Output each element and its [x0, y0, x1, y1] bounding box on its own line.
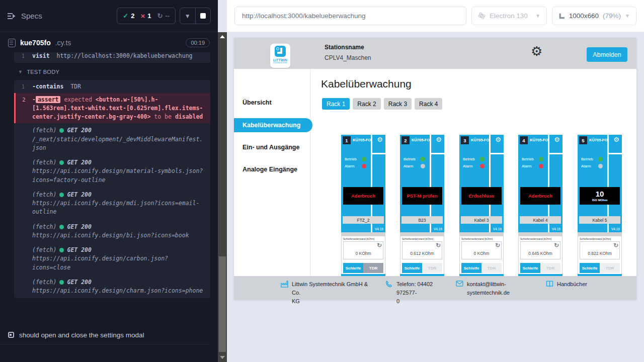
measurement-label: Schleifenwiderstand [kOhm]: [520, 237, 560, 240]
fetch-log-entry[interactable]: (fetch) GET 200 https://api.iconify.desi…: [14, 155, 210, 188]
rack-tab-4[interactable]: Rack 4: [415, 98, 442, 110]
command-log[interactable]: 1 visit http://localhost:3000/kabelueber…: [14, 52, 210, 326]
stat-failed: × 1: [140, 12, 151, 20]
device-display: 10 ISO MOhm: [580, 187, 620, 205]
scroll-up-arrow-icon[interactable]: [220, 35, 225, 38]
factory-icon: [281, 280, 288, 306]
url-input[interactable]: [234, 7, 466, 25]
status-ok-dot: [59, 280, 64, 285]
queued-test-title: should open and close the settings modal: [19, 331, 144, 339]
tdr-button[interactable]: TDR: [422, 263, 442, 273]
tdr-button[interactable]: TDR: [600, 263, 620, 273]
schleife-button[interactable]: Schleife: [343, 263, 363, 273]
slot-number: 4: [520, 136, 528, 144]
alarm-led: [539, 164, 543, 168]
browser-select[interactable]: Electron 130 ▼: [471, 7, 547, 25]
refresh-icon[interactable]: ↻: [436, 242, 441, 249]
measurement-value: 0.612 KOhm: [403, 251, 442, 256]
stop-button[interactable]: [196, 13, 211, 19]
reporter-scrollbar[interactable]: [218, 32, 227, 362]
sidebar-item-uebersicht[interactable]: Übersicht: [234, 99, 310, 106]
schleife-button[interactable]: Schleife: [520, 263, 540, 273]
scroll-down-arrow-icon[interactable]: [220, 356, 225, 359]
specs-toggle[interactable]: Specs: [7, 12, 42, 20]
collapse-chevron-icon[interactable]: ▼: [180, 13, 195, 20]
spec-file-icon: [8, 39, 16, 47]
app-header: Stationsname CPLV4_Maschen ⚙ Abmelden: [234, 38, 636, 69]
rack-tab-1[interactable]: Rack 1: [322, 98, 350, 110]
status-ok-dot: [59, 160, 64, 165]
failed-x-icon: ×: [140, 12, 145, 20]
footer-manuals[interactable]: Handbücher: [546, 280, 587, 289]
passed-check-icon: ✓: [123, 12, 128, 20]
firmware-version: V4.19: [493, 227, 502, 231]
device-gear-icon[interactable]: ⚙: [377, 136, 383, 143]
device-gear-icon[interactable]: ⚙: [554, 136, 560, 143]
fetch-log-entry[interactable]: (fetch) GET 200 /_next/static/developmen…: [14, 123, 210, 155]
spec-file-row[interactable]: kue705fo .cy.ts 00:19: [0, 32, 218, 53]
app-body: Übersicht Kabelüberwachung Ein- und Ausg…: [234, 69, 636, 276]
device-display: Aderbruch: [343, 187, 383, 205]
device-gear-icon[interactable]: ⚙: [495, 136, 501, 143]
rack-tab-3[interactable]: Rack 3: [384, 98, 412, 110]
viewport-zoom: (79%): [603, 12, 621, 20]
stat-passed: ✓ 2: [123, 12, 134, 20]
measurement-box: ↻ 0.822 KOhm: [580, 241, 620, 259]
measurement-value: 0.822 KOhm: [580, 251, 619, 256]
app-footer: Littwin Systemtechnik GmbH & Co.KG Telef…: [234, 276, 636, 300]
command-contains[interactable]: 1 -contains TDR: [14, 80, 210, 94]
schleife-button[interactable]: Schleife: [461, 263, 481, 273]
scrollbar-thumb[interactable]: [219, 256, 226, 352]
refresh-icon[interactable]: ↻: [613, 242, 618, 249]
fetch-log-entry[interactable]: (fetch) GET 200 https://api.iconify.desi…: [14, 243, 210, 275]
tdr-button[interactable]: TDR: [540, 263, 560, 273]
command-assert-failed[interactable]: 2 -assert expected <button.w-[50%].h-[1.…: [14, 93, 210, 123]
status-ok-dot: [59, 128, 64, 133]
logout-button[interactable]: Abmelden: [587, 47, 627, 62]
sidebar-item-kabelueberwachung[interactable]: Kabelüberwachung: [234, 118, 312, 132]
cable-name: B23: [401, 216, 443, 224]
rack-tab-2[interactable]: Rack 2: [353, 98, 380, 110]
tdr-button[interactable]: TDR: [481, 263, 502, 273]
tdr-button[interactable]: TDR: [363, 263, 383, 273]
firmware-version: V4.19: [434, 227, 442, 231]
refresh-icon[interactable]: ↻: [554, 242, 559, 249]
refresh-icon[interactable]: ↻: [377, 242, 382, 249]
ruler-icon: [558, 13, 565, 20]
device-gear-icon[interactable]: ⚙: [613, 136, 619, 143]
queued-test-row[interactable]: should open and close the settings modal: [0, 327, 209, 343]
section-chevron-icon: ▼: [18, 69, 23, 74]
alarm-led: [362, 164, 366, 168]
test-body-section[interactable]: ▼ TEST BODY: [14, 63, 210, 80]
alarm-led: [480, 164, 485, 168]
fetch-log-entry[interactable]: (fetch) GET 200 https://api.iconify.desi…: [14, 188, 210, 220]
cable-name: FTZ_2: [343, 216, 384, 224]
viewport-select[interactable]: 1000x660 (79%) ▼: [552, 7, 636, 25]
fetch-log-entry[interactable]: (fetch) GET 200 https://api.iconify.desi…: [14, 220, 210, 243]
command-message: TDR: [70, 83, 81, 90]
device-card-2: 2 KÜ705-FO ⚙ Betrieb Alarm PST-M prüfen …: [400, 135, 444, 276]
refresh-icon[interactable]: ↻: [495, 242, 500, 249]
measurement-box: ↻ 0 KOhm: [343, 241, 383, 259]
sidebar-item-ein-und-ausgaenge[interactable]: Ein- und Ausgänge: [234, 144, 310, 151]
device-display: PST-M prüfen: [402, 187, 442, 205]
schleife-button[interactable]: Schleife: [402, 263, 422, 273]
sidebar-item-analoge-eingaenge[interactable]: Analoge Eingänge: [234, 166, 310, 173]
device-model: KÜ705-FO: [589, 138, 607, 142]
schleife-button[interactable]: Schleife: [580, 263, 600, 273]
command-visit[interactable]: 1 visit http://localhost:3000/kabelueber…: [14, 52, 210, 63]
chevron-down-icon: ▼: [535, 13, 540, 19]
status-ok-dot: [59, 225, 64, 229]
test-stats: ✓ 2 × 1 ↻ --: [117, 8, 176, 24]
spec-duration: 00:19: [186, 38, 210, 47]
viewport-size: 1000x660: [569, 12, 599, 20]
page-title: Kabelüberwachung: [321, 78, 412, 90]
settings-gear-icon[interactable]: ⚙: [531, 45, 542, 58]
device-display: Aderbruch: [520, 187, 560, 205]
pending-spinner-icon: ↻: [157, 12, 163, 20]
device-gear-icon[interactable]: ⚙: [436, 136, 442, 143]
fetch-log-entry[interactable]: (fetch) GET 200 https://api.iconify.desi…: [14, 275, 210, 299]
device-display: Erdschluss: [461, 187, 502, 205]
assert-badge: assert: [36, 96, 61, 103]
runner-header: Specs ✓ 2 × 1 ↻ -- ▼: [0, 0, 218, 32]
